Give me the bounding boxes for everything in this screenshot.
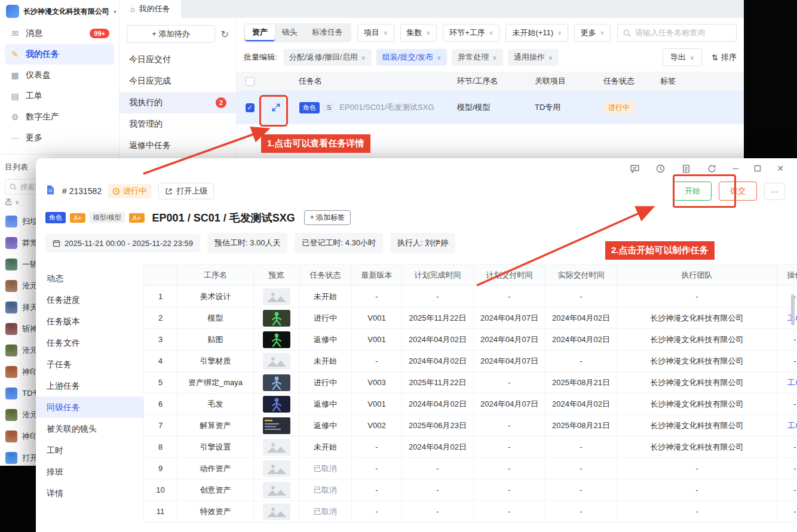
tab-my-tasks[interactable]: ⌂ 我的任务 [119,0,181,18]
batch-action-3[interactable]: 通用操作∨ [508,49,559,66]
sibling-task-row[interactable]: 9动作资产已取消------ [144,458,797,479]
detail-menu-item[interactable]: 上游任务 [36,375,143,396]
task-row[interactable]: ✓ 角色 S EP001/SC01/毛发测试SXG 模型/模型 TD专用 进行中 [237,91,744,124]
preview-cell[interactable] [254,501,299,522]
project-thumbnail-icon [5,237,17,249]
todo-filter-item[interactable]: 今日应完成 [119,70,236,92]
sidebar-item-1[interactable]: ✎ 我的任务 [5,44,114,64]
preview-thumbnail[interactable] [263,439,290,456]
preview-cell[interactable] [254,458,299,479]
preview-cell[interactable] [254,393,299,415]
detail-menu-item[interactable]: 同级任务 [36,396,143,418]
sidebar-item-4[interactable]: ⚙ 数字生产 [5,107,114,127]
detail-menu-item[interactable]: 工时 [36,439,143,461]
refresh-icon[interactable]: ↻ [221,29,229,40]
preview-cell[interactable] [254,307,299,329]
sibling-task-row[interactable]: 5资产绑定_maya进行中V0032025年11月22日-2025年08月21日… [144,372,797,393]
maximize-icon[interactable] [754,165,761,172]
todo-filter-item[interactable]: 今日应交付 [119,49,236,70]
history-icon[interactable] [655,164,666,174]
sibling-task-row[interactable]: 3贴图返修中V0012024年04月02日2024年04月07日2024年04月… [144,329,797,350]
batch-action-1[interactable]: 组装/提交/发布∨ [376,49,447,66]
add-tag-button[interactable]: + 添加标签 [304,210,351,225]
export-button[interactable]: 导出∨ [663,48,702,66]
filter-dropdown-1[interactable]: 集数∨ [400,24,437,42]
submit-button[interactable]: 提交 [719,182,757,201]
preview-cell[interactable] [254,372,299,393]
preview-thumbnail[interactable] [263,288,290,305]
detail-menu-item[interactable]: 任务文件 [36,332,143,353]
preview-thumbnail[interactable] [263,310,290,327]
more-actions-button[interactable]: ··· [764,183,785,200]
preview-cell[interactable] [254,415,299,436]
filter-dropdown-2[interactable]: 环节+工序∨ [443,24,499,42]
row-index: 3 [144,329,177,350]
filter-dropdown-4[interactable]: 更多∨ [574,24,611,42]
preview-cell[interactable] [254,286,299,307]
workspace-switcher[interactable]: 长沙神漫文化科技有限公司 ▾ [0,0,119,23]
filter-dropdown-3[interactable]: 未开始(+11)∨ [505,24,568,42]
todo-filter-item[interactable]: 返修中任务 [119,135,236,156]
segment-2[interactable]: 标准任务 [305,24,350,41]
refresh-icon[interactable] [707,164,717,174]
sibling-task-row[interactable]: 4引擎材质未开始-2024年04月02日2024年04月07日-长沙神漫文化科技… [144,350,797,372]
sibling-task-row[interactable]: 6毛发返修中V0012024年04月02日2024年04月07日2024年04月… [144,393,797,415]
detail-menu-item[interactable]: 任务进度 [36,289,143,310]
preview-cell[interactable] [254,436,299,458]
close-icon[interactable]: ✕ [777,164,784,173]
expand-task-icon[interactable] [266,97,286,118]
row-checkbox[interactable]: ✓ [246,103,255,112]
detail-menu-item[interactable]: 排班 [36,461,143,482]
todo-filter-item[interactable]: 我执行的2 [119,92,236,113]
select-all-checkbox[interactable] [246,77,255,86]
message-icon: ✉ [10,29,20,38]
sibling-task-row[interactable]: 1美术设计未开始------ [144,286,797,307]
workorder-link[interactable]: 工单 [787,378,797,387]
sibling-task-row[interactable]: 8引擎设置未开始-2024年04月02日--长沙神漫文化科技有限公司- [144,436,797,458]
batch-action-2[interactable]: 异常处理∨ [452,49,502,66]
sibling-task-row[interactable]: 2模型进行中V0012025年11月22日2024年04月07日2024年04月… [144,307,797,329]
preview-thumbnail[interactable] [263,503,290,520]
preview-thumbnail[interactable] [263,331,290,348]
chevron-down-icon: ∨ [492,54,496,61]
preview-thumbnail[interactable] [263,460,290,477]
detail-menu-item[interactable]: 子任务 [36,353,143,375]
detail-menu-item[interactable]: 动态 [36,267,143,289]
sidebar-item-0[interactable]: ✉ 消息99+ [5,23,114,44]
preview-cell[interactable] [254,329,299,350]
sort-button[interactable]: ⇅排序 [712,52,737,63]
start-button[interactable]: 开始 [673,182,712,201]
detail-menu-item[interactable]: 被关联的镜头 [36,418,143,439]
sibling-task-row[interactable]: 10创意资产已取消------ [144,479,797,501]
sibling-header-row: 工序名预览任务状态最新版本计划完成时间计划交付时间实际交付时间执行团队操作 [144,265,797,286]
segment-1[interactable]: 镜头 [275,24,305,41]
preview-thumbnail[interactable] [263,396,290,413]
sidebar-item-2[interactable]: ▦ 仪表盘 [5,65,114,85]
workorder-link[interactable]: 工单 [787,421,797,430]
segment-0[interactable]: 资产 [245,24,275,41]
sibling-col-header: 计划交付时间 [474,265,545,286]
scrollbar-thumb[interactable] [791,294,795,325]
preview-thumbnail[interactable] [263,482,290,499]
add-todo-button[interactable]: + 添加待办 [127,25,215,43]
preview-cell[interactable] [254,479,299,501]
task-search-input[interactable]: 请输入任务名称查询 [617,24,737,42]
clipboard-icon[interactable] [681,164,691,174]
sidebar-item-5[interactable]: ⋯ 更多 [5,128,114,148]
sidebar-item-3[interactable]: ▤ 工单 [5,86,114,106]
sibling-task-row[interactable]: 7解算资产返修中V0022025年06月23日-2025年08月21日长沙神漫文… [144,415,797,436]
minimize-icon[interactable]: ─ [732,164,738,173]
filter-dropdown-0[interactable]: 项目∨ [357,24,394,42]
preview-thumbnail[interactable] [263,374,290,391]
operation-cell: - [777,329,797,350]
todo-filter-item[interactable]: 我管理的 [119,113,236,135]
preview-cell[interactable] [254,350,299,372]
open-parent-button[interactable]: 打开上级 [158,183,214,199]
sibling-task-row[interactable]: 11特效资产已取消------ [144,501,797,522]
comment-icon[interactable] [630,164,640,174]
batch-action-0[interactable]: 分配/返修/撤回/启用∨ [283,49,372,66]
detail-menu-item[interactable]: 任务版本 [36,310,143,332]
detail-menu-item[interactable]: 详情 [36,482,143,504]
preview-thumbnail[interactable] [263,417,290,434]
preview-thumbnail[interactable] [263,353,290,370]
